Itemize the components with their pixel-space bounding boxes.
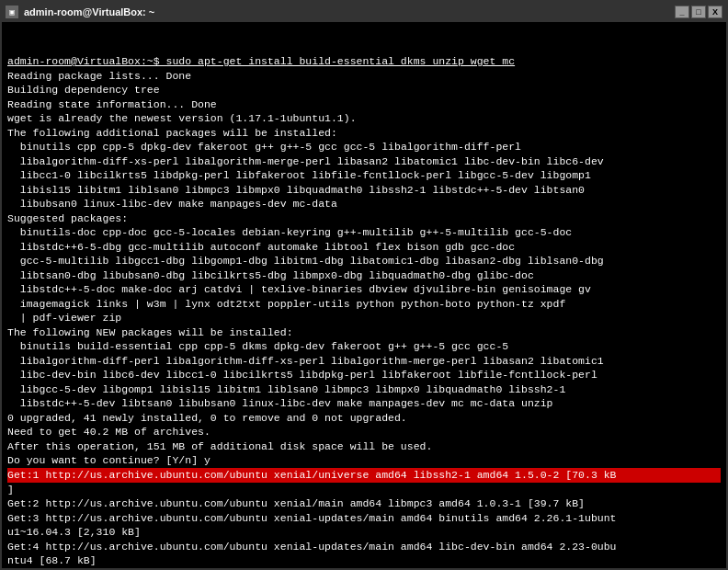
terminal-line: libisl15 libitm1 liblsan0 libmpc3 libmpx… [7, 183, 721, 198]
titlebar: ▣ admin-room@VirtualBox: ~ _ □ X [2, 2, 726, 22]
terminal-line: binutils cpp cpp-5 dpkg-dev fakeroot g++… [7, 140, 721, 154]
window-title: admin-room@VirtualBox: ~ [24, 6, 154, 17]
titlebar-buttons: _ □ X [675, 6, 722, 18]
terminal-line: Reading package lists... Done [7, 69, 721, 84]
terminal-line: libc-dev-bin libc6-dev libcc1-0 libcilkr… [7, 368, 721, 382]
terminal-line: ntu4 [68.7 kB] [7, 553, 721, 568]
terminal-line: libubsan0 linux-libc-dev make manpages-d… [7, 197, 721, 211]
terminal-line: u1~16.04.3 [2,310 kB] [7, 525, 721, 540]
titlebar-left: ▣ admin-room@VirtualBox: ~ [6, 6, 154, 18]
terminal-line: Need to get 40.2 MB of archives. [7, 425, 721, 439]
terminal-line: libcc1-0 libcilkrts5 libdpkg-perl libfak… [7, 168, 721, 183]
terminal-line: 0 upgraded, 41 newly installed, 0 to rem… [7, 411, 721, 426]
terminal-line: libgcc-5-dev libgomp1 libisl15 libitm1 l… [7, 382, 721, 397]
terminal-icon: ▣ [6, 6, 18, 18]
terminal-line: binutils build-essential cpp cpp-5 dkms … [7, 339, 721, 354]
terminal-output: admin-room@VirtualBox:~$ sudo apt-get in… [2, 22, 726, 568]
terminal-line: admin-room@VirtualBox:~$ sudo apt-get in… [7, 54, 721, 69]
terminal-line: gcc-5-multilib libgcc1-dbg libgomp1-dbg … [7, 254, 721, 268]
terminal-window: ▣ admin-room@VirtualBox: ~ _ □ X admin-r… [0, 0, 728, 570]
terminal-line: libalgorithm-diff-xs-perl libalgorithm-m… [7, 154, 721, 169]
maximize-button[interactable]: □ [691, 6, 706, 18]
terminal-line: libalgorithm-diff-perl libalgorithm-diff… [7, 354, 721, 369]
minimize-button[interactable]: _ [675, 6, 689, 18]
terminal-line: Get:3 http://us.archive.ubuntu.com/ubunt… [7, 511, 721, 526]
terminal-line: | pdf-viewer zip [7, 311, 721, 325]
terminal-line: ] [7, 483, 721, 497]
terminal-line: The following additional packages will b… [7, 126, 721, 141]
terminal-line: wget is already the newest version (1.17… [7, 111, 721, 126]
terminal-line: binutils-doc cpp-doc gcc-5-locales debia… [7, 225, 721, 240]
terminal-line: Suggested packages: [7, 211, 721, 226]
terminal-line: Get:4 http://us.archive.ubuntu.com/ubunt… [7, 540, 721, 554]
terminal-line: Get:1 http://us.archive.ubuntu.com/ubunt… [7, 468, 721, 483]
terminal-line: Get:2 http://us.archive.ubuntu.com/ubunt… [7, 496, 721, 511]
terminal-line: After this operation, 151 MB of addition… [7, 439, 721, 454]
terminal-line: libstdc++-5-dev libtsan0 libubsan0 linux… [7, 396, 721, 411]
terminal-line: Do you want to continue? [Y/n] y [7, 453, 721, 468]
terminal-line: The following NEW packages will be insta… [7, 325, 721, 340]
close-button[interactable]: X [708, 6, 722, 18]
terminal-line: imagemagick links | w3m | lynx odt2txt p… [7, 297, 721, 312]
terminal-line: libstdc++6-5-dbg gcc-multilib autoconf a… [7, 240, 721, 255]
terminal-line: libtsan0-dbg libubsan0-dbg libcilkrts5-d… [7, 268, 721, 283]
terminal-line: libstdc++-5-doc make-doc arj catdvi | te… [7, 282, 721, 297]
terminal-line: Building dependency tree [7, 83, 721, 97]
terminal-line: Reading state information... Done [7, 97, 721, 112]
